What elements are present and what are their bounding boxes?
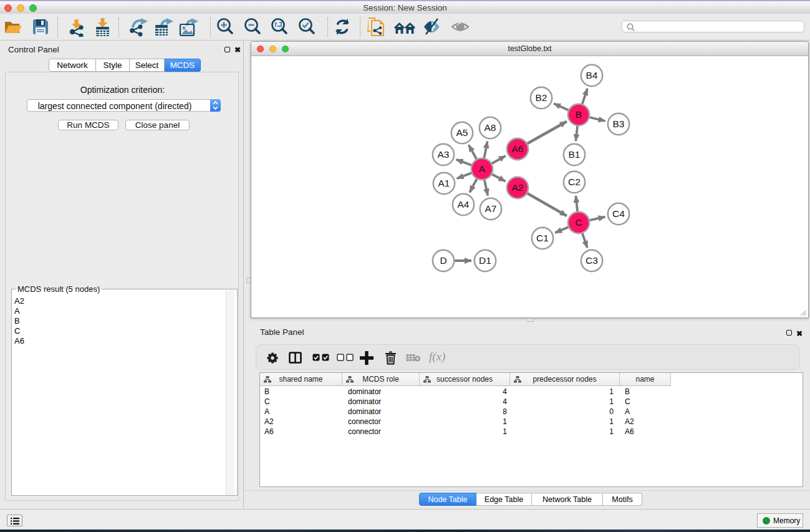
svg-text:A4: A4 (458, 199, 470, 210)
svg-text:A6: A6 (512, 143, 524, 154)
svg-text:A3: A3 (438, 149, 450, 160)
svg-text:B3: B3 (613, 118, 625, 129)
svg-text:C: C (575, 217, 582, 228)
svg-text:A7: A7 (485, 203, 497, 214)
svg-text:D1: D1 (479, 255, 491, 266)
svg-text:B: B (576, 109, 582, 120)
svg-text:B2: B2 (536, 92, 547, 103)
svg-text:A: A (479, 163, 486, 174)
svg-text:A1: A1 (438, 178, 450, 188)
svg-text:C4: C4 (612, 208, 625, 219)
svg-text:A5: A5 (456, 127, 468, 138)
svg-text:D: D (440, 255, 446, 266)
svg-text:B4: B4 (586, 70, 598, 80)
svg-text:A8: A8 (485, 122, 496, 133)
svg-text:C2: C2 (568, 177, 581, 187)
svg-text:C1: C1 (536, 233, 549, 243)
svg-text:B1: B1 (569, 149, 581, 160)
svg-text:A2: A2 (512, 182, 524, 193)
svg-text:C3: C3 (586, 255, 598, 266)
